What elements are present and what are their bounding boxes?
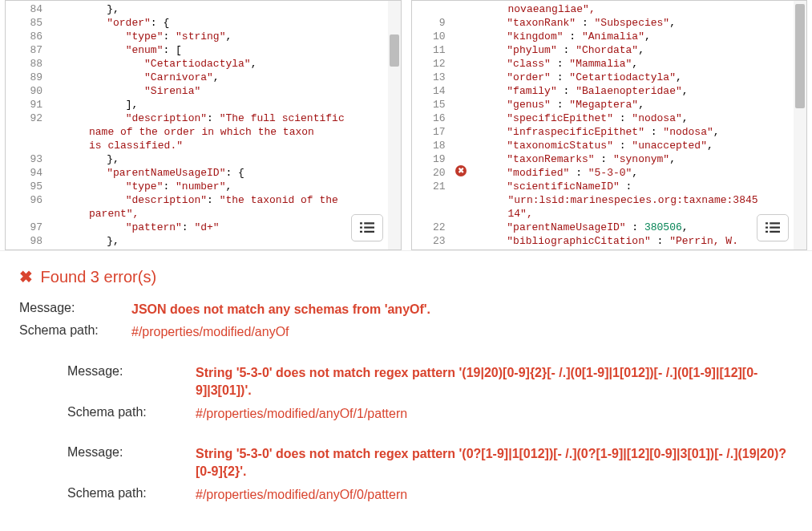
sub-error-block: Message: String '5-3-0' does not match r…: [67, 445, 796, 504]
error-row: Message: JSON does not match any schemas…: [19, 301, 796, 318]
svg-rect-9: [770, 227, 780, 229]
error-path-label: Schema path:: [67, 405, 196, 420]
line-gutter-left: 84858687888990919293949596979899100: [6, 1, 50, 249]
editors-row: 84858687888990919293949596979899100 }, "…: [0, 0, 812, 251]
svg-rect-1: [364, 222, 374, 224]
error-message-value: String '5-3-0' does not match regex patt…: [196, 364, 796, 400]
svg-rect-11: [770, 231, 780, 233]
format-button-right[interactable]: [757, 214, 789, 241]
scroll-thumb-left[interactable]: [390, 34, 399, 67]
list-icon: [766, 222, 780, 233]
errors-panel: ✖ Found 3 error(s) Message: JSON does no…: [0, 251, 812, 531]
code-area-left[interactable]: }, "order": { "type": "string", "enum": …: [50, 1, 388, 249]
error-path-label: Schema path:: [67, 486, 196, 501]
error-icon: ✖: [19, 268, 33, 286]
sub-errors: Message: String '5-3-0' does not match r…: [67, 364, 796, 504]
error-path-value: #/properties/modified/anyOf: [131, 323, 289, 341]
error-path-label: Schema path:: [19, 323, 131, 338]
svg-rect-8: [766, 227, 768, 229]
error-message-label: Message:: [67, 445, 196, 460]
scrollbar-left[interactable]: [388, 1, 401, 249]
svg-rect-2: [360, 227, 362, 229]
error-message-label: Message:: [19, 301, 131, 315]
line-gutter-right: 91011121314151617181920212223: [412, 1, 454, 249]
svg-rect-5: [364, 231, 374, 233]
error-path-value: #/properties/modified/anyOf/1/pattern: [196, 405, 407, 423]
svg-rect-4: [360, 231, 362, 233]
error-message-value: String '5-3-0' does not match regex patt…: [196, 445, 796, 481]
scroll-thumb-right[interactable]: [795, 4, 805, 108]
error-message-value: JSON does not match any schemas from 'an…: [131, 301, 430, 318]
error-marker-icon[interactable]: [455, 165, 467, 176]
sub-error-block: Message: String '5-3-0' does not match r…: [67, 364, 796, 423]
error-row: Schema path: #/properties/modified/anyOf: [19, 323, 796, 341]
error-gutter: [454, 1, 470, 249]
document-editor[interactable]: 91011121314151617181920212223 novaeangli…: [411, 0, 808, 250]
svg-rect-10: [766, 231, 768, 233]
svg-rect-7: [770, 222, 780, 224]
svg-rect-0: [360, 222, 362, 224]
list-icon: [360, 222, 374, 233]
format-button-left[interactable]: [351, 214, 383, 241]
app-window: 84858687888990919293949596979899100 }, "…: [0, 0, 812, 531]
errors-header: ✖ Found 3 error(s): [19, 267, 796, 286]
schema-editor[interactable]: 84858687888990919293949596979899100 }, "…: [5, 0, 402, 250]
svg-rect-3: [364, 227, 374, 229]
code-area-right[interactable]: novaeangliae", "taxonRank" : "Subspecies…: [470, 1, 794, 249]
errors-header-text: Found 3 error(s): [41, 268, 157, 286]
scrollbar-right[interactable]: [794, 1, 806, 249]
svg-rect-6: [766, 222, 768, 224]
error-message-label: Message:: [67, 364, 196, 379]
error-path-value: #/properties/modified/anyOf/0/pattern: [196, 486, 407, 504]
